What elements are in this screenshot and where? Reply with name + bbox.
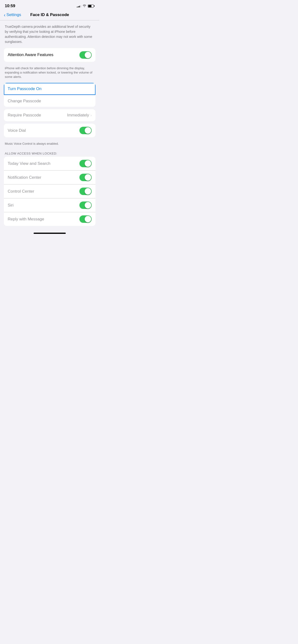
home-indicator bbox=[0, 231, 99, 235]
control-center-toggle[interactable] bbox=[79, 188, 92, 195]
allow-access-header: ALLOW ACCESS WHEN LOCKED: bbox=[0, 150, 99, 157]
wifi-icon bbox=[83, 4, 86, 8]
control-center-row: Control Center bbox=[4, 184, 95, 198]
home-bar bbox=[34, 233, 66, 234]
require-passcode-value: Immediately › bbox=[67, 113, 92, 118]
siri-toggle-knob bbox=[85, 202, 91, 208]
today-view-row: Today View and Search bbox=[4, 157, 95, 170]
signal-icon bbox=[77, 4, 81, 8]
voice-dial-card: Voice Dial bbox=[4, 124, 95, 137]
notification-center-toggle-knob bbox=[85, 174, 91, 181]
page-title: Face ID & Passcode bbox=[30, 12, 69, 17]
require-passcode-label: Require Passcode bbox=[8, 113, 41, 118]
attention-aware-toggle[interactable] bbox=[79, 51, 92, 59]
status-icons bbox=[77, 4, 95, 8]
battery-icon bbox=[88, 4, 95, 8]
siri-row: Siri bbox=[4, 198, 95, 212]
attention-card: Attention Aware Features bbox=[4, 48, 95, 62]
change-passcode-label: Change Passcode bbox=[8, 99, 41, 104]
reply-message-row: Reply with Message bbox=[4, 212, 95, 226]
today-view-label: Today View and Search bbox=[8, 161, 50, 166]
reply-message-toggle[interactable] bbox=[79, 216, 92, 223]
voice-dial-toggle[interactable] bbox=[79, 127, 92, 134]
require-passcode-chevron-icon: › bbox=[90, 113, 92, 117]
require-passcode-row[interactable]: Require Passcode Immediately › bbox=[4, 109, 95, 121]
change-passcode-row[interactable]: Change Passcode bbox=[4, 95, 95, 107]
voice-dial-label: Voice Dial bbox=[8, 128, 26, 133]
back-chevron-icon: ‹ bbox=[4, 12, 6, 17]
nav-bar: ‹ Settings Face ID & Passcode bbox=[0, 10, 99, 20]
require-passcode-value-text: Immediately bbox=[67, 113, 89, 118]
attention-aware-label: Attention Aware Features bbox=[8, 52, 54, 57]
truedepth-description: TrueDepth camera provides an additional … bbox=[0, 20, 99, 48]
siri-toggle[interactable] bbox=[79, 202, 92, 209]
toggle-knob bbox=[85, 52, 91, 58]
attention-group: Attention Aware Features bbox=[4, 48, 95, 62]
attention-aware-row: Attention Aware Features bbox=[4, 48, 95, 62]
back-button[interactable]: ‹ Settings bbox=[4, 12, 21, 17]
today-view-toggle[interactable] bbox=[79, 160, 92, 167]
attention-description: iPhone will check for attention before d… bbox=[0, 64, 99, 83]
require-passcode-card: Require Passcode Immediately › bbox=[4, 109, 95, 121]
voice-dial-toggle-knob bbox=[85, 127, 91, 134]
passcode-card: Turn Passcode On Change Passcode bbox=[4, 83, 95, 107]
voice-dial-row: Voice Dial bbox=[4, 124, 95, 137]
reply-message-label: Reply with Message bbox=[8, 217, 44, 222]
notification-center-row: Notification Center bbox=[4, 170, 95, 184]
siri-label: Siri bbox=[8, 203, 14, 208]
notification-center-label: Notification Center bbox=[8, 175, 41, 180]
turn-passcode-on-row[interactable]: Turn Passcode On bbox=[4, 83, 95, 95]
reply-message-toggle-knob bbox=[85, 216, 91, 222]
allow-access-card: Today View and Search Notification Cente… bbox=[4, 157, 95, 226]
content: TrueDepth camera provides an additional … bbox=[0, 20, 99, 226]
back-label: Settings bbox=[7, 12, 21, 17]
voice-dial-group: Voice Dial bbox=[4, 124, 95, 137]
control-center-label: Control Center bbox=[8, 189, 34, 194]
today-view-toggle-knob bbox=[85, 160, 91, 167]
notification-center-toggle[interactable] bbox=[79, 174, 92, 181]
turn-passcode-on-label: Turn Passcode On bbox=[8, 86, 42, 91]
voice-dial-description: Music Voice Control is always enabled. bbox=[0, 140, 99, 150]
status-bar: 10:59 bbox=[0, 0, 99, 10]
require-passcode-group: Require Passcode Immediately › bbox=[4, 109, 95, 121]
control-center-toggle-knob bbox=[85, 188, 91, 194]
allow-access-group: Today View and Search Notification Cente… bbox=[4, 157, 95, 226]
status-time: 10:59 bbox=[5, 4, 15, 8]
passcode-group: Turn Passcode On Change Passcode bbox=[4, 83, 95, 107]
